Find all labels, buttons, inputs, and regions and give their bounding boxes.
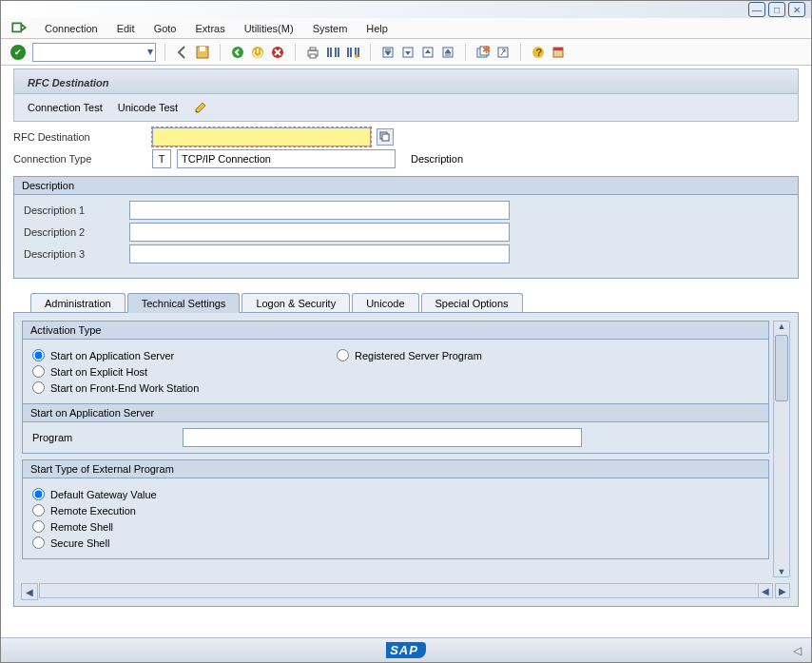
radio-label: Start on Application Server [50,350,174,361]
minimize-button[interactable]: — [748,2,765,17]
program-label: Program [32,432,175,443]
save-icon[interactable] [194,44,211,61]
page-title: RFC Destination [13,68,799,94]
desc1-label: Description 1 [24,205,124,216]
radio-input[interactable] [337,349,349,361]
tab-technical-settings[interactable]: Technical Settings [127,293,241,313]
help-icon[interactable]: ? [530,44,547,61]
new-session-icon[interactable]: ✱ [474,44,492,61]
radio-input[interactable] [32,349,45,361]
svg-point-8 [355,54,358,58]
radio-input[interactable] [32,488,45,500]
main-form: RFC Destination Connection Type Descript… [13,127,799,279]
svg-rect-20 [553,48,563,50]
radio-remote-shell[interactable]: Remote Shell [32,520,759,533]
rfc-destination-input[interactable] [152,127,371,146]
tab-logon-security[interactable]: Logon & Security [242,293,350,313]
connection-test-button[interactable]: Connection Test [28,102,103,113]
radio-secure-shell[interactable]: Secure Shell [32,536,759,549]
radio-input[interactable] [32,520,45,533]
conn-type-code-input[interactable] [152,149,171,168]
menu-edit[interactable]: Edit [107,20,145,37]
menu-utilities[interactable]: Utilities(M) [235,20,303,37]
radio-input[interactable] [32,381,45,394]
sap-logo: SAP [386,642,426,658]
menu-extras[interactable]: Extras [185,20,234,37]
maximize-button[interactable]: □ [768,2,785,17]
start-type-section: Start Type of External Program Default G… [22,459,769,559]
svg-rect-1 [200,47,205,51]
radio-start-explicit-host[interactable]: Start on Explicit Host [32,365,299,378]
menu-label: Goto [154,23,177,34]
radio-label: Registered Server Program [355,350,482,361]
print-icon[interactable] [304,44,321,61]
next-page-icon[interactable] [419,44,436,61]
conn-type-text-input[interactable] [177,149,396,168]
last-page-icon[interactable] [439,44,456,61]
scrollbar-thumb[interactable] [775,335,788,401]
unicode-test-button[interactable]: Unicode Test [118,102,178,113]
rfc-dest-label: RFC Destination [13,131,146,143]
horizontal-scrollbar[interactable] [39,583,769,598]
menu-help[interactable]: Help [357,20,397,37]
menu-goto[interactable]: Goto [145,20,186,37]
menu-label: System [313,23,348,34]
create-shortcut-icon[interactable] [494,44,512,61]
menu-label: Extras [195,23,224,34]
separator [295,44,296,61]
svg-point-2 [232,47,243,58]
desc1-input[interactable] [129,201,510,220]
conn-type-descr-label: Description [411,153,463,165]
vertical-scrollbar[interactable] [773,321,790,577]
program-input[interactable] [183,428,582,447]
radio-remote-execution[interactable]: Remote Execution [32,504,759,517]
scroll-left-icon[interactable]: ◀ [758,583,773,598]
radio-input[interactable] [32,536,45,549]
radio-start-app-server[interactable]: Start on Application Server [32,349,299,361]
separator [465,44,466,61]
radio-registered-server[interactable]: Registered Server Program [337,349,603,361]
radio-default-gateway[interactable]: Default Gateway Value [32,488,759,500]
radio-label: Start on Front-End Work Station [50,382,199,394]
nav-cancel-icon[interactable] [269,44,286,61]
application-toolbar: Connection Test Unicode Test [13,94,799,122]
radio-label: Remote Shell [50,521,113,533]
search-help-icon[interactable] [377,128,394,146]
desc3-input[interactable] [129,244,510,263]
command-field[interactable] [32,43,156,62]
svg-text:?: ? [536,47,543,58]
menu-system[interactable]: System [303,20,358,37]
layout-icon[interactable] [550,44,567,61]
svg-rect-7 [310,54,316,58]
radio-label: Secure Shell [50,537,109,549]
desc2-label: Description 2 [24,226,124,238]
desc2-input[interactable] [129,223,510,242]
nav-exit-icon[interactable] [249,44,266,61]
menubar: Connection Edit Goto Extras Utilities(M)… [1,18,811,39]
enter-icon[interactable]: ✔ [10,45,26,60]
radio-input[interactable] [32,504,45,517]
activation-type-section: Activation Type Start on Application Ser… [22,321,769,454]
prev-page-icon[interactable] [399,44,416,61]
tab-special-options[interactable]: Special Options [421,293,523,313]
find-next-icon[interactable] [344,44,361,61]
find-icon[interactable] [324,44,341,61]
first-page-icon[interactable] [379,44,396,61]
statusbar-expand-icon[interactable]: ◁ [793,644,802,657]
scroll-right-icon[interactable]: ▶ [775,583,790,598]
standard-toolbar: ✔ ✱ ? [1,39,811,66]
svg-text:✱: ✱ [482,45,491,55]
radio-input[interactable] [32,365,45,378]
nav-back-icon[interactable] [229,44,246,61]
radio-start-front-end[interactable]: Start on Front-End Work Station [32,381,299,394]
tab-unicode[interactable]: Unicode [352,293,418,313]
close-button[interactable]: ✕ [788,2,805,17]
menu-session-icon[interactable] [10,20,28,37]
desc3-label: Description 3 [24,248,124,260]
back-icon[interactable] [174,44,191,61]
menu-connection[interactable]: Connection [35,20,107,37]
window-titlebar: — □ ✕ [1,1,811,18]
separator [520,44,521,61]
edit-pencil-icon[interactable] [193,100,208,115]
tab-administration[interactable]: Administration [30,293,126,313]
